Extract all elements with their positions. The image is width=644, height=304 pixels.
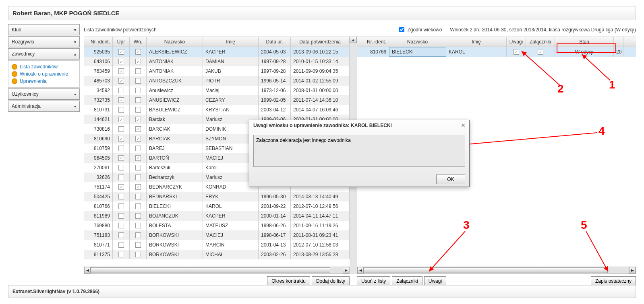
dodaj-do-listy-button[interactable]: Dodaj do listy (312, 276, 350, 286)
sidebar-link-uprawnienia[interactable]: Uprawnienia (10, 78, 78, 85)
col-header-extra[interactable] (614, 37, 623, 47)
sidebar-link-lista[interactable]: Lista zawodników (10, 63, 78, 70)
checkbox-icon[interactable] (135, 175, 141, 180)
col-header-uwagi[interactable]: Uwagi (507, 37, 526, 47)
close-icon[interactable]: ✕ (461, 123, 465, 128)
col-header-id[interactable]: Nr. ident. (84, 37, 113, 47)
right-hscroll[interactable]: ◀ ▶ (357, 267, 636, 274)
table-row[interactable]: 485703ANTOSZCZUKPIOTR1996-05-142014-01-0… (84, 76, 350, 86)
ok-button[interactable]: OK (436, 175, 465, 184)
table-row[interactable]: 643106ANTONIAKDAMIAN1997-09-282010-01-15… (84, 57, 350, 66)
checkbox-icon[interactable] (135, 49, 141, 55)
checkbox-icon[interactable] (135, 165, 141, 170)
scroll-right-icon[interactable]: ▶ (343, 267, 349, 273)
checkbox-icon[interactable] (118, 184, 124, 190)
okres-kontraktu-button[interactable]: Okres kontraktu (267, 276, 310, 286)
col-header-stan[interactable]: Stan (555, 37, 614, 47)
table-row[interactable]: 504425BEDNARSKIERYK1996-05-302014-03-13 … (84, 192, 350, 201)
checkbox-icon[interactable] (135, 78, 141, 84)
checkbox-icon[interactable] (135, 242, 141, 248)
checkbox-icon[interactable] (135, 97, 141, 103)
scroll-left-icon[interactable]: ◀ (84, 267, 91, 273)
checkbox-icon[interactable] (118, 136, 124, 142)
checkbox-icon[interactable] (118, 97, 124, 103)
checkbox-icon[interactable] (118, 175, 124, 180)
sidebar-item-rozgrywki[interactable]: Rozgrywki▾ (8, 36, 80, 47)
checkbox-icon[interactable] (118, 49, 124, 55)
checkbox-icon[interactable] (135, 203, 141, 209)
checkbox-icon[interactable] (118, 165, 124, 170)
col-header-datapot[interactable]: Data potwierdzenia (291, 37, 350, 47)
checkbox-icon[interactable] (135, 223, 141, 228)
table-row[interactable]: 810731BABULEWICZKRYSTIAN2003-04-122014-0… (84, 105, 350, 115)
checkbox-icon[interactable] (118, 252, 124, 257)
uwagi-textarea[interactable] (253, 135, 465, 167)
col-header-imie[interactable]: Imię (446, 37, 507, 47)
zgodni-checkbox[interactable]: Zgodni wiekowo (398, 26, 442, 33)
checkbox-icon[interactable] (118, 59, 124, 64)
table-row[interactable]: 810766BIELECKIKAROL2001-09-222012-07-10 … (84, 201, 350, 211)
checkbox-icon[interactable] (118, 88, 124, 93)
checkbox-icon[interactable] (135, 184, 141, 190)
checkbox-icon[interactable] (118, 242, 124, 248)
col-header-zalaczniki[interactable]: Załączniki (526, 37, 555, 47)
checkbox-icon[interactable] (135, 136, 141, 142)
checkbox-icon[interactable] (514, 49, 519, 55)
table-row[interactable]: 769880BOLESTAMATEUSZ1998-06-262011-09-16… (84, 221, 350, 230)
sidebar-item-zawodnicy[interactable]: Zawodnicy▴ (8, 48, 80, 60)
checkbox-icon[interactable] (118, 232, 124, 238)
checkbox-icon[interactable] (118, 117, 124, 122)
table-row[interactable]: 811989BOJANCZUKKACPER2000-01-142014-04-1… (84, 211, 350, 221)
table-row[interactable]: 925035ALEKSIEJEWICZKACPER2004-05-032013-… (84, 47, 350, 57)
sidebar-item-administracja[interactable]: Administracja▾ (8, 101, 80, 112)
checkbox-icon[interactable] (135, 155, 141, 161)
checkbox-icon[interactable] (538, 49, 543, 55)
col-header-dataur[interactable]: Data ur. (259, 37, 291, 47)
checkbox-icon[interactable] (118, 223, 124, 228)
table-row[interactable]: 810771BORKOWSKIMARCIN2001-04-132012-07-1… (84, 240, 350, 250)
checkbox-icon[interactable] (135, 107, 141, 113)
col-header-nazwisko[interactable]: Nazwisko (147, 37, 203, 47)
sidebar-item-klub[interactable]: Klub▾ (8, 24, 80, 35)
checkbox-icon[interactable] (118, 68, 124, 74)
checkbox-icon[interactable] (135, 146, 141, 151)
col-header-imie[interactable]: Imię (203, 37, 259, 47)
checkbox-icon[interactable] (135, 213, 141, 219)
checkbox-icon[interactable] (135, 117, 141, 122)
checkbox-icon[interactable] (118, 194, 124, 199)
scroll-right-icon[interactable]: ▶ (629, 267, 636, 273)
checkbox-icon[interactable] (118, 203, 124, 209)
left-hscroll[interactable]: ◀ ▶ (84, 267, 350, 274)
table-row[interactable]: 810766 BIELECKI KAROL W edycji 20 (357, 47, 636, 57)
col-header-upr[interactable]: Upr (113, 37, 130, 47)
checkbox-icon[interactable] (135, 68, 141, 74)
zalaczniki-button[interactable]: Załączniki (392, 276, 422, 286)
table-row[interactable]: 763459ANTONIAKJAKUB1997-09-282011-09-09 … (84, 66, 350, 76)
checkbox-icon[interactable] (118, 78, 124, 84)
checkbox-icon[interactable] (135, 126, 141, 132)
uwagi-button[interactable]: Uwagi (424, 276, 446, 286)
table-row[interactable]: 732735ANUSIEWICZCEZARY1999-02-052011-07-… (84, 95, 350, 105)
scroll-up-icon[interactable]: ▲ (350, 37, 357, 43)
col-header-wn[interactable]: Wn. (130, 37, 147, 47)
checkbox-icon[interactable] (135, 88, 141, 93)
usun-z-listy-button[interactable]: Usuń z listy (357, 276, 390, 286)
checkbox-icon[interactable] (118, 155, 124, 161)
scroll-left-icon[interactable]: ◀ (357, 267, 364, 273)
checkbox-icon[interactable] (118, 126, 124, 132)
col-header-nazwisko[interactable]: Nazwisko (389, 37, 446, 47)
sidebar-item-uzytkownicy[interactable]: Użytkownicy▾ (8, 88, 80, 100)
sidebar-link-wnioski[interactable]: Wnioski o uprawnienie (10, 70, 78, 78)
checkbox-icon[interactable] (118, 213, 124, 219)
col-header-id[interactable]: Nr. ident. (357, 37, 389, 47)
table-row[interactable]: 34592AnusiewiczMaciej1973-12-062008-01-3… (84, 86, 350, 95)
checkbox-icon[interactable] (135, 194, 141, 199)
zapis-ostateczny-button[interactable]: Zapis ostateczny (591, 276, 636, 286)
checkbox-icon[interactable] (118, 146, 124, 151)
checkbox-icon[interactable] (135, 232, 141, 238)
checkbox-icon[interactable] (118, 107, 124, 113)
table-row[interactable]: 751183BORKOWSKIMACIEJ1998-06-172011-08-3… (84, 230, 350, 240)
checkbox-icon[interactable] (135, 59, 141, 64)
table-row[interactable]: 911375BORKOWSKIMICHAŁ2003-02-262013-08-2… (84, 250, 350, 259)
checkbox-icon[interactable] (135, 252, 141, 257)
